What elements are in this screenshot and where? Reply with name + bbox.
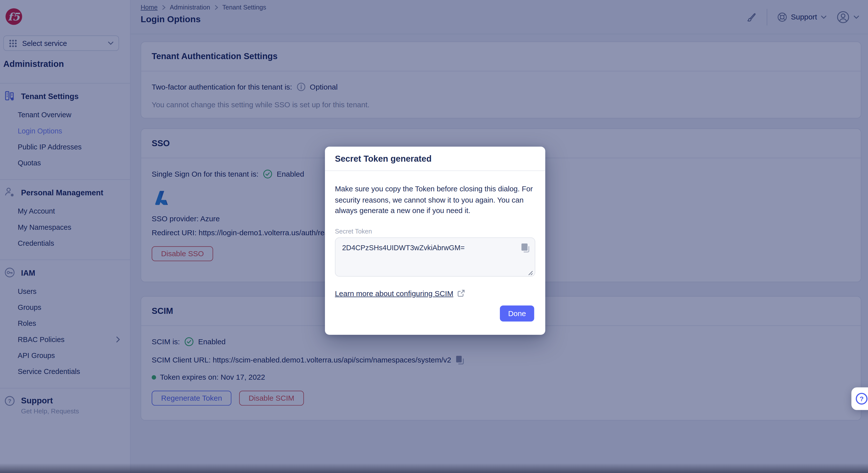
dialog-body: Make sure you copy the Token before clos… xyxy=(325,184,545,297)
done-button[interactable]: Done xyxy=(500,305,534,321)
dialog-title: Secret Token generated xyxy=(325,147,545,171)
help-widget-button[interactable]: ? xyxy=(851,387,868,410)
question-circle-icon: ? xyxy=(855,392,868,405)
dialog-message: Make sure you copy the Token before clos… xyxy=(335,184,535,216)
secret-token-label: Secret Token xyxy=(335,228,535,234)
bottom-shade xyxy=(0,463,868,473)
secret-token-field[interactable]: 2D4CPzSHs4UIDWT3wZvkiAbrwGM= xyxy=(335,237,535,276)
secret-token-dialog: Secret Token generated Make sure you cop… xyxy=(325,147,545,335)
secret-token-field-wrap: 2D4CPzSHs4UIDWT3wZvkiAbrwGM= xyxy=(335,237,535,278)
svg-text:?: ? xyxy=(860,395,864,403)
app-root: f5 Select service Administration Tenant … xyxy=(0,0,868,473)
resize-handle-icon[interactable] xyxy=(528,271,533,276)
external-link-icon xyxy=(457,289,465,297)
learn-more-scim-link[interactable]: Learn more about configuring SCIM xyxy=(335,289,453,297)
copy-icon[interactable] xyxy=(520,242,530,252)
